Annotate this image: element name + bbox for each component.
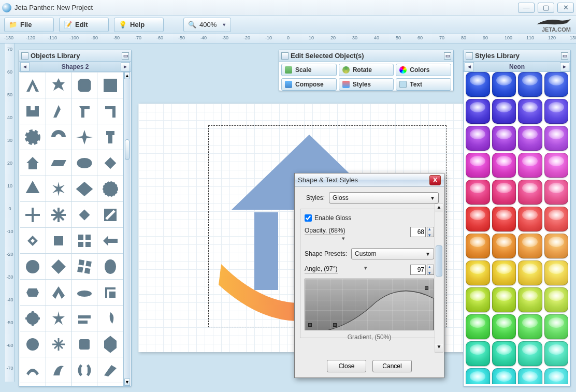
shape-item[interactable] xyxy=(72,124,97,150)
objects-library-header[interactable]: Objects Library ▭ xyxy=(19,50,131,62)
style-swatch[interactable] xyxy=(466,314,490,339)
style-swatch[interactable] xyxy=(492,260,516,285)
style-swatch[interactable] xyxy=(544,99,569,124)
style-swatch[interactable] xyxy=(518,314,542,339)
curve-editor[interactable] xyxy=(305,279,434,330)
style-swatch[interactable] xyxy=(544,207,569,231)
style-swatch[interactable] xyxy=(518,368,542,384)
close-button[interactable]: Close xyxy=(327,360,366,372)
next-style-category-button[interactable]: ► xyxy=(560,62,569,71)
style-swatch[interactable] xyxy=(518,126,542,151)
style-swatch[interactable] xyxy=(466,126,490,151)
style-swatch[interactable] xyxy=(466,99,490,124)
shape-item[interactable] xyxy=(20,228,46,253)
style-swatch[interactable] xyxy=(518,287,542,312)
shape-item[interactable] xyxy=(97,357,123,383)
opacity-input[interactable] xyxy=(410,227,426,237)
shape-item[interactable] xyxy=(20,331,46,357)
scroll-down-button[interactable]: ▼ xyxy=(124,379,130,386)
style-swatch[interactable] xyxy=(492,72,516,97)
shape-item[interactable] xyxy=(46,124,71,150)
shape-item[interactable] xyxy=(97,124,123,150)
shape-item[interactable] xyxy=(97,72,123,98)
shape-item[interactable] xyxy=(20,280,46,305)
prev-category-button[interactable]: ◄ xyxy=(20,62,30,71)
close-window-button[interactable]: ✕ xyxy=(557,3,574,13)
scale-button[interactable]: Scale xyxy=(281,64,337,76)
style-swatch[interactable] xyxy=(544,153,569,178)
style-swatch[interactable] xyxy=(492,126,516,151)
style-swatch[interactable] xyxy=(466,368,490,384)
shape-item[interactable] xyxy=(20,124,46,150)
shape-item[interactable] xyxy=(20,176,46,201)
shape-item[interactable] xyxy=(72,202,97,227)
compose-button[interactable]: Compose xyxy=(281,78,337,91)
style-swatch[interactable] xyxy=(492,99,516,124)
style-swatch[interactable] xyxy=(518,260,542,285)
rotate-button[interactable]: Rotate xyxy=(339,64,394,76)
shape-item[interactable] xyxy=(46,72,71,98)
shape-item[interactable] xyxy=(72,383,97,386)
scroll-up-button[interactable]: ▲ xyxy=(435,204,443,212)
styles-button[interactable]: Styles xyxy=(339,78,394,91)
scroll-down-button[interactable]: ▼ xyxy=(435,344,443,352)
shape-item[interactable] xyxy=(46,228,71,253)
shape-item[interactable] xyxy=(20,150,46,176)
shape-item[interactable] xyxy=(72,254,97,279)
style-swatch[interactable] xyxy=(466,234,490,258)
shape-item[interactable] xyxy=(20,306,46,331)
shape-item[interactable] xyxy=(72,357,97,383)
curve-handle[interactable] xyxy=(308,323,312,327)
prev-style-category-button[interactable]: ◄ xyxy=(465,62,474,71)
shape-item[interactable] xyxy=(97,202,123,227)
shape-item[interactable] xyxy=(46,176,71,201)
shape-item[interactable] xyxy=(46,383,71,386)
shape-item[interactable] xyxy=(72,98,97,124)
shape-item[interactable] xyxy=(97,383,123,386)
shape-item[interactable] xyxy=(72,306,97,331)
style-swatch[interactable] xyxy=(544,368,569,384)
zoom-control[interactable]: 🔍 400% ▼ xyxy=(183,18,231,32)
style-swatch[interactable] xyxy=(466,153,490,178)
scroll-thumb[interactable] xyxy=(436,245,442,277)
angle-stepper[interactable] xyxy=(427,265,434,275)
shape-item[interactable] xyxy=(97,150,123,176)
style-swatch[interactable] xyxy=(466,260,490,285)
shape-item[interactable] xyxy=(72,280,97,305)
shape-item[interactable] xyxy=(97,176,123,201)
angle-slider[interactable]: ▾ xyxy=(339,266,407,271)
opacity-spinner[interactable] xyxy=(410,227,434,237)
shape-item[interactable] xyxy=(20,254,46,279)
cancel-button[interactable]: Cancel xyxy=(372,360,412,372)
minimize-button[interactable]: — xyxy=(518,3,535,13)
curve-handle[interactable] xyxy=(333,323,337,327)
opacity-stepper[interactable] xyxy=(427,227,434,237)
style-swatch[interactable] xyxy=(518,234,542,258)
shape-item[interactable] xyxy=(20,357,46,383)
shape-item[interactable] xyxy=(20,98,46,124)
colors-button[interactable]: Colors xyxy=(396,64,451,76)
shape-item[interactable] xyxy=(97,331,123,357)
style-swatch[interactable] xyxy=(544,314,569,339)
style-swatch[interactable] xyxy=(544,341,569,366)
style-swatch[interactable] xyxy=(492,207,516,231)
style-swatch[interactable] xyxy=(518,207,542,231)
style-swatch[interactable] xyxy=(492,180,516,205)
panel-collapse-button[interactable]: ▭ xyxy=(561,52,568,60)
shape-item[interactable] xyxy=(97,254,123,279)
style-swatch[interactable] xyxy=(466,72,490,97)
shape-item[interactable] xyxy=(97,98,123,124)
style-swatch[interactable] xyxy=(492,341,516,366)
style-swatch[interactable] xyxy=(492,153,516,178)
shape-item[interactable] xyxy=(20,202,46,227)
shape-item[interactable] xyxy=(72,72,97,98)
dialog-title-bar[interactable]: Shape & Text Styles X xyxy=(295,173,444,187)
style-swatch[interactable] xyxy=(492,287,516,312)
shape-item[interactable] xyxy=(20,72,46,98)
shape-item[interactable] xyxy=(20,383,46,386)
style-swatch[interactable] xyxy=(544,126,569,151)
dialog-scrollbar[interactable]: ▲ ▼ xyxy=(435,204,443,353)
shapes-scrollbar[interactable]: ▲ ▼ xyxy=(123,72,131,386)
styles-combo[interactable]: Gloss ▼ xyxy=(329,192,439,204)
style-swatch[interactable] xyxy=(544,260,569,285)
